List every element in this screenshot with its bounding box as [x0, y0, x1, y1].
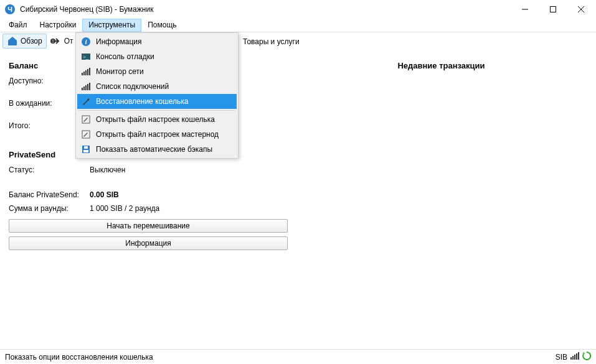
- tools-dropdown: i Информация >_ Консоль отладки Монитор …: [75, 32, 239, 159]
- svg-rect-1: [550, 7, 556, 12]
- close-button[interactable]: [567, 1, 595, 18]
- right-column: Недавние транзакции: [295, 55, 587, 344]
- dd-open-wallet-conf[interactable]: Открыть файл настроек кошелька: [77, 112, 237, 127]
- statusbar-ticker: SIB: [556, 353, 567, 362]
- svg-rect-13: [89, 68, 90, 75]
- dd-open-masternode-conf-label: Открыть файл настроек мастернод: [96, 130, 219, 139]
- info-icon: i: [81, 37, 91, 47]
- recent-transactions-title: Недавние транзакции: [295, 61, 587, 70]
- ps-balance-label: Баланс PrivateSend:: [9, 190, 90, 199]
- tab-goods[interactable]: Товары и услуги: [243, 37, 300, 46]
- svg-rect-12: [87, 69, 88, 75]
- ps-balance-value: 0.00 SIB: [90, 190, 295, 199]
- svg-rect-28: [578, 352, 579, 360]
- dd-show-backups[interactable]: Показать автоматические бэкапы: [77, 142, 237, 157]
- dd-debug-console[interactable]: >_ Консоль отладки: [77, 49, 237, 64]
- svg-text:>_: >_: [83, 54, 89, 60]
- ps-status-value: Выключен: [90, 166, 295, 174]
- ps-rounds-value: 1 000 SIB / 2 раунда: [90, 204, 295, 213]
- maximize-button[interactable]: [539, 1, 567, 18]
- menu-help[interactable]: Помощь: [141, 19, 182, 32]
- svg-rect-27: [576, 353, 577, 360]
- dd-information-label: Информация: [96, 37, 141, 46]
- svg-rect-17: [87, 84, 88, 90]
- tab-overview-label: Обзор: [21, 37, 42, 45]
- menu-file[interactable]: Файл: [2, 19, 34, 32]
- edit-icon: [81, 129, 91, 139]
- wrench-icon: [81, 96, 91, 106]
- svg-rect-14: [82, 88, 83, 90]
- tab-send[interactable]: От: [47, 34, 77, 48]
- ps-status-label: Статус:: [9, 166, 90, 174]
- dropdown-separator: [78, 110, 236, 111]
- ps-rounds-label: Сумма и раунды:: [9, 204, 90, 213]
- svg-rect-22: [83, 150, 88, 152]
- console-icon: >_: [81, 52, 91, 62]
- sync-icon[interactable]: [582, 352, 591, 362]
- network-icon[interactable]: [570, 352, 580, 362]
- titlebar: Ч Сибирский Червонец (SIB) - Бумажник: [0, 0, 596, 19]
- menu-tools[interactable]: Инструменты: [82, 19, 141, 32]
- svg-rect-25: [572, 356, 574, 360]
- svg-rect-10: [83, 72, 85, 75]
- minimize-icon: [522, 6, 528, 12]
- window-title: Сибирский Червонец (SIB) - Бумажник: [20, 5, 153, 14]
- ps-info-button[interactable]: Информация: [9, 236, 288, 250]
- bars-icon: [81, 82, 91, 91]
- home-icon: [7, 35, 18, 47]
- svg-rect-16: [85, 85, 87, 90]
- dd-network-monitor-label: Монитор сети: [96, 67, 144, 76]
- dd-show-backups-label: Показать автоматические бэкапы: [96, 145, 212, 154]
- minimize-button[interactable]: [511, 1, 539, 18]
- dd-wallet-repair-label: Восстановление кошелька: [96, 97, 189, 106]
- save-icon: [81, 144, 91, 154]
- edit-icon: [81, 114, 91, 124]
- svg-rect-9: [82, 73, 83, 75]
- statusbar: Показать опции восстановления кошелька S…: [0, 349, 596, 364]
- send-icon: [50, 35, 62, 47]
- dd-peers-list[interactable]: Список подключений: [77, 79, 237, 94]
- svg-rect-24: [570, 357, 572, 360]
- tab-overview[interactable]: Обзор: [2, 34, 47, 49]
- menu-settings[interactable]: Настройки: [34, 19, 83, 32]
- svg-rect-11: [85, 70, 87, 75]
- start-mixing-button[interactable]: Начать перемешивание: [9, 219, 288, 233]
- dd-information[interactable]: i Информация: [77, 34, 237, 49]
- svg-rect-23: [84, 146, 88, 149]
- statusbar-hint: Показать опции восстановления кошелька: [5, 353, 153, 362]
- menubar: Файл Настройки Инструменты Помощь: [0, 19, 596, 32]
- dd-open-wallet-conf-label: Открыть файл настроек кошелька: [96, 115, 215, 124]
- dd-wallet-repair[interactable]: Восстановление кошелька: [77, 94, 237, 109]
- dd-open-masternode-conf[interactable]: Открыть файл настроек мастернод: [77, 127, 237, 142]
- svg-rect-15: [83, 86, 85, 90]
- bars-icon: [81, 67, 91, 77]
- svg-rect-26: [574, 355, 575, 360]
- tab-send-label: От: [64, 37, 73, 45]
- svg-rect-18: [89, 83, 90, 90]
- dd-network-monitor[interactable]: Монитор сети: [77, 64, 237, 79]
- close-icon: [578, 6, 584, 12]
- maximize-icon: [550, 6, 556, 12]
- app-icon: Ч: [5, 4, 15, 14]
- dd-peers-list-label: Список подключений: [96, 82, 169, 91]
- dd-debug-console-label: Консоль отладки: [96, 52, 154, 61]
